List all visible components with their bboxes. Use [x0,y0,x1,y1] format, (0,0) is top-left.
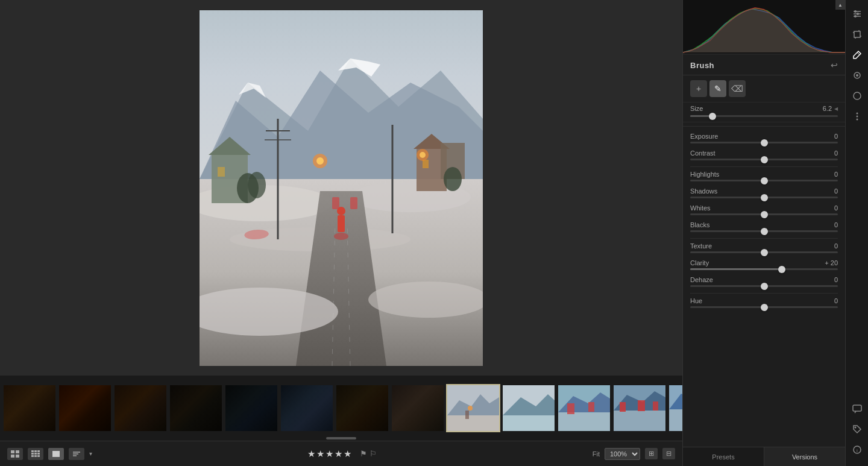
clarity-slider-track[interactable] [690,268,838,270]
svg-rect-12 [218,167,225,177]
hue-slider-thumb[interactable] [761,304,768,311]
slider-row-hue: Hue 0 [690,297,838,308]
blacks-slider-thumb[interactable] [761,228,768,235]
exposure-slider-thumb[interactable] [761,139,768,146]
healing-icon[interactable] [848,66,866,84]
chat-icon[interactable] [848,400,866,418]
highlights-slider-track[interactable] [690,180,838,181]
svg-rect-68 [34,453,37,455]
slider-row-whites: Whites 0 [690,204,838,215]
contrast-slider-track[interactable] [690,159,838,160]
star-1[interactable]: ★ [307,449,315,459]
filmstrip-thumb-12[interactable] [668,384,682,432]
svg-rect-49 [567,403,574,414]
zoom-select[interactable]: 100% 50% 200% Fit Fill [605,448,640,460]
crop-icon[interactable] [848,25,866,43]
size-slider-track[interactable] [690,115,838,117]
star-5[interactable]: ★ [344,449,351,459]
slider-row-blacks: Blacks 0 [690,221,838,232]
svg-rect-45 [503,415,555,431]
filmstrip-thumb-6[interactable] [335,384,389,432]
texture-slider-thumb[interactable] [761,249,768,256]
dehaze-slider-thumb[interactable] [761,283,768,290]
filmstrip-thumb-3[interactable] [169,384,223,432]
separator-2 [690,166,838,167]
star-3[interactable]: ★ [326,449,333,459]
bottom-toolbar: ▾ ★ ★ ★ ★ ★ ⚑ ⚐ Fit 100% 50 [0,441,682,466]
clarity-label: Clarity [690,259,709,266]
exposure-label: Exposure [690,133,718,140]
info-strip-icon[interactable]: i [848,441,866,459]
square-grid-button[interactable] [28,448,43,460]
filmstrip-thumb-5[interactable] [280,384,334,432]
filmstrip-thumb-9[interactable] [502,384,556,432]
versions-tab[interactable]: Versions [764,447,845,466]
bottom-left: ▾ [7,448,92,460]
size-label-row: Size 6.2 ◀ [690,105,838,112]
svg-rect-72 [37,455,40,457]
sort-dropdown-icon[interactable]: ▾ [89,450,92,457]
brush-strip-icon[interactable] [848,46,866,64]
far-right-strip: i [845,0,868,466]
filmstrip-thumb-0[interactable] [2,384,57,432]
more-options-icon[interactable] [848,107,866,125]
filmstrip-thumb-8[interactable] [446,384,500,432]
whites-slider-thumb[interactable] [761,211,768,218]
circle-icon[interactable] [848,87,866,105]
dehaze-label: Dehaze [690,276,713,283]
flag-pick-icon[interactable]: ⚑ [360,449,367,458]
filmstrip-thumb-7[interactable] [391,384,445,432]
filmstrip-thumb-10[interactable] [557,384,611,432]
star-rating[interactable]: ★ ★ ★ ★ ★ [307,449,351,459]
filmstrip-thumb-11[interactable] [612,384,667,432]
compare-button[interactable]: ⊞ [645,448,658,459]
tag-icon[interactable] [848,420,866,438]
brush-reset-icon[interactable]: ↩ [831,60,838,70]
whites-slider-track[interactable] [690,213,838,215]
hue-value: 0 [820,297,838,304]
exposure-slider-track[interactable] [690,142,838,143]
svg-rect-59 [669,409,682,431]
separator-4 [690,293,838,294]
svg-rect-65 [34,450,37,452]
dehaze-slider-track[interactable] [690,285,838,287]
presets-tab[interactable]: Presets [683,447,764,466]
size-label: Size [690,105,703,112]
panel-header: Brush ↩ [683,54,845,75]
right-side: ▲ Brush [682,0,868,466]
svg-rect-48 [558,412,610,431]
blacks-slider-track[interactable] [690,230,838,232]
filmstrip-thumb-2[interactable] [113,384,168,432]
sort-button[interactable] [69,448,84,460]
whites-value: 0 [820,204,838,212]
highlights-slider-thumb[interactable] [761,177,768,184]
flag-reject-icon[interactable]: ⚐ [370,449,377,458]
main-area: ▾ ★ ★ ★ ★ ★ ⚑ ⚐ Fit 100% 50 [0,0,682,466]
svg-rect-50 [588,402,594,412]
add-brush-button[interactable]: + [690,80,707,97]
texture-slider-track[interactable] [690,251,838,253]
erase-button[interactable]: ⌫ [729,80,746,97]
sliders-icon[interactable] [848,5,866,23]
shadows-slider-track[interactable] [690,197,838,198]
info-button[interactable]: ⊟ [662,448,675,459]
filmstrip-thumb-1[interactable] [58,384,112,432]
filmstrip-thumb-4[interactable] [224,384,278,432]
histogram-area: ▲ [683,0,845,54]
grid-view-button[interactable] [7,448,23,460]
contrast-slider-thumb[interactable] [761,156,768,163]
filmstrip [0,376,682,441]
scroll-up-arrow[interactable]: ▲ [835,0,845,10]
brush-button[interactable]: ✎ [709,80,726,97]
hue-slider-track[interactable] [690,306,838,308]
svg-point-30 [248,172,266,198]
texture-label: Texture [690,242,712,250]
highlights-value: 0 [820,171,838,178]
size-slider-thumb[interactable] [709,113,716,120]
slider-row-exposure: Exposure 0 [690,133,838,143]
single-view-button[interactable] [48,448,64,460]
star-4[interactable]: ★ [335,449,342,459]
star-2[interactable]: ★ [316,449,324,459]
clarity-slider-thumb[interactable] [778,266,785,273]
shadows-slider-thumb[interactable] [761,194,768,201]
